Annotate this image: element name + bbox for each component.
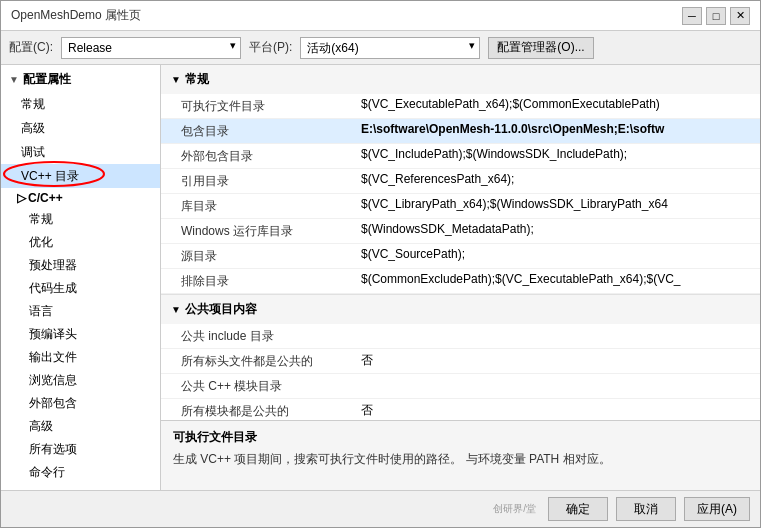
watermark: 创研界/堂 — [493, 502, 536, 516]
sidebar-item-vcpp-dirs[interactable]: VC++ 目录 — [1, 164, 160, 188]
general-section-title: ▼ 常规 — [161, 65, 760, 94]
prop-row-all-public[interactable]: 所有标头文件都是公共的 否 — [161, 349, 760, 374]
prop-label-winrt: Windows 运行库目录 — [181, 222, 361, 240]
prop-value-all-public: 否 — [361, 352, 750, 369]
cancel-button[interactable]: 取消 — [616, 497, 676, 521]
sidebar-item-cpp-browse[interactable]: 浏览信息 — [1, 369, 160, 392]
prop-label-include: 包含目录 — [181, 122, 361, 140]
maximize-button[interactable]: □ — [706, 7, 726, 25]
prop-value-lib: $(VC_LibraryPath_x64);$(WindowsSDK_Libra… — [361, 197, 750, 211]
platform-select[interactable]: 活动(x64) — [300, 37, 480, 59]
prop-label-ext-include: 外部包含目录 — [181, 147, 361, 165]
sidebar-item-cpp-opt[interactable]: 优化 — [1, 231, 160, 254]
prop-row-pub-include[interactable]: 公共 include 目录 — [161, 324, 760, 349]
prop-value-ext-include: $(VC_IncludePath);$(WindowsSDK_IncludePa… — [361, 147, 750, 161]
sidebar-item-cpp-ext[interactable]: 外部包含 — [1, 392, 160, 415]
sidebar-item-cpp-output[interactable]: 输出文件 — [1, 346, 160, 369]
description-text: 生成 VC++ 项目期间，搜索可执行文件时使用的路径。 与环境变量 PATH 相… — [173, 450, 748, 468]
sidebar-item-cpp-codegen[interactable]: 代码生成 — [1, 277, 160, 300]
platform-select-wrapper: 活动(x64) — [300, 37, 480, 59]
close-button[interactable]: ✕ — [730, 7, 750, 25]
prop-row-lib[interactable]: 库目录 $(VC_LibraryPath_x64);$(WindowsSDK_L… — [161, 194, 760, 219]
prop-row-src[interactable]: 源目录 $(VC_SourcePath); — [161, 244, 760, 269]
sidebar-item-cpp-pch[interactable]: 预编译头 — [1, 323, 160, 346]
prop-label-executable: 可执行文件目录 — [181, 97, 361, 115]
config-select[interactable]: Release — [61, 37, 241, 59]
prop-label-pub-include: 公共 include 目录 — [181, 327, 361, 345]
sidebar-item-cpp-lang[interactable]: 语言 — [1, 300, 160, 323]
prop-row-ref[interactable]: 引用目录 $(VC_ReferencesPath_x64); — [161, 169, 760, 194]
general-section: ▼ 常规 可执行文件目录 $(VC_ExecutablePath_x64);$(… — [161, 65, 760, 295]
prop-value-executable: $(VC_ExecutablePath_x64);$(CommonExecuta… — [361, 97, 750, 111]
prop-label-src: 源目录 — [181, 247, 361, 265]
prop-row-exclude[interactable]: 排除目录 $(CommonExcludePath);$(VC_Executabl… — [161, 269, 760, 294]
title-bar: OpenMeshDemo 属性页 ─ □ ✕ — [1, 1, 760, 31]
prop-value-exclude: $(CommonExcludePath);$(VC_ExecutablePath… — [361, 272, 750, 286]
main-window: OpenMeshDemo 属性页 ─ □ ✕ 配置(C): Release 平台… — [0, 0, 761, 528]
prop-row-executable[interactable]: 可执行文件目录 $(VC_ExecutablePath_x64);$(Commo… — [161, 94, 760, 119]
apply-button[interactable]: 应用(A) — [684, 497, 750, 521]
prop-row-winrt[interactable]: Windows 运行库目录 $(WindowsSDK_MetadataPath)… — [161, 219, 760, 244]
sidebar-item-cpp-adv[interactable]: 高级 — [1, 415, 160, 438]
toolbar: 配置(C): Release 平台(P): 活动(x64) 配置管理器(O)..… — [1, 31, 760, 65]
config-manager-button[interactable]: 配置管理器(O)... — [488, 37, 593, 59]
prop-label-all-modules-public: 所有模块都是公共的 — [181, 402, 361, 420]
prop-label-ref: 引用目录 — [181, 172, 361, 190]
prop-row-ext-include[interactable]: 外部包含目录 $(VC_IncludePath);$(WindowsSDK_In… — [161, 144, 760, 169]
prop-value-src: $(VC_SourcePath); — [361, 247, 750, 261]
prop-row-all-modules-public[interactable]: 所有模块都是公共的 否 — [161, 399, 760, 420]
sidebar: ▼ 配置属性 常规 高级 调试 VC++ 目录 ▷ C/C++ — [1, 65, 161, 490]
prop-row-pub-cpp-module[interactable]: 公共 C++ 模块目录 — [161, 374, 760, 399]
sidebar-item-cpp-general[interactable]: 常规 — [1, 208, 160, 231]
sidebar-cpp-section[interactable]: ▷ C/C++ — [1, 188, 160, 208]
sidebar-item-cpp-all[interactable]: 所有选项 — [1, 438, 160, 461]
config-section-label: 配置属性 — [23, 71, 71, 88]
prop-value-include: E:\software\OpenMesh-11.0.0\src\OpenMesh… — [361, 122, 750, 136]
platform-label: 平台(P): — [249, 39, 292, 56]
sidebar-config-section[interactable]: ▼ 配置属性 — [1, 65, 160, 92]
prop-label-exclude: 排除目录 — [181, 272, 361, 290]
prop-value-winrt: $(WindowsSDK_MetadataPath); — [361, 222, 750, 236]
sidebar-item-debug[interactable]: 调试 — [1, 140, 160, 164]
config-label: 配置(C): — [9, 39, 53, 56]
minimize-button[interactable]: ─ — [682, 7, 702, 25]
main-content: ▼ 配置属性 常规 高级 调试 VC++ 目录 ▷ C/C++ — [1, 65, 760, 490]
prop-label-lib: 库目录 — [181, 197, 361, 215]
confirm-button[interactable]: 确定 — [548, 497, 608, 521]
public-section: ▼ 公共项目内容 公共 include 目录 所有标头文件都是公共的 否 公共 … — [161, 295, 760, 420]
sidebar-item-advanced[interactable]: 高级 — [1, 116, 160, 140]
config-section-arrow: ▼ — [9, 74, 19, 85]
window-title: OpenMeshDemo 属性页 — [11, 7, 141, 24]
prop-value-ref: $(VC_ReferencesPath_x64); — [361, 172, 750, 186]
public-section-title: ▼ 公共项目内容 — [161, 295, 760, 324]
prop-value-all-modules-public: 否 — [361, 402, 750, 419]
config-select-wrapper: Release — [61, 37, 241, 59]
sidebar-item-general[interactable]: 常规 — [1, 92, 160, 116]
sidebar-item-cpp-cmd[interactable]: 命令行 — [1, 461, 160, 484]
bottom-bar: 创研界/堂 确定 取消 应用(A) — [1, 490, 760, 527]
title-buttons: ─ □ ✕ — [682, 7, 750, 25]
description-title: 可执行文件目录 — [173, 429, 748, 446]
description-panel: 可执行文件目录 生成 VC++ 项目期间，搜索可执行文件时使用的路径。 与环境变… — [161, 420, 760, 490]
prop-row-include[interactable]: 包含目录 E:\software\OpenMesh-11.0.0\src\Ope… — [161, 119, 760, 144]
sidebar-item-cpp-pre[interactable]: 预处理器 — [1, 254, 160, 277]
prop-label-pub-cpp-module: 公共 C++ 模块目录 — [181, 377, 361, 395]
prop-label-all-public: 所有标头文件都是公共的 — [181, 352, 361, 370]
content-panel: ▼ 常规 可执行文件目录 $(VC_ExecutablePath_x64);$(… — [161, 65, 760, 420]
